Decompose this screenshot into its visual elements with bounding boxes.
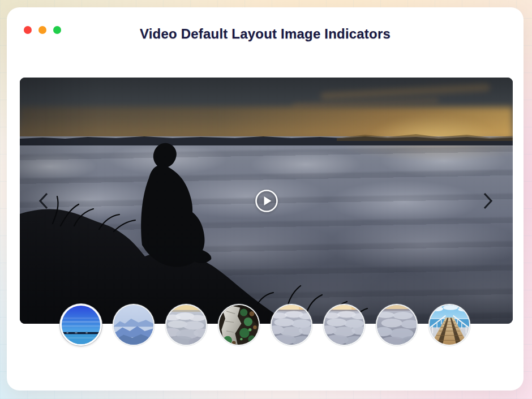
next-slide-button[interactable]	[478, 188, 498, 213]
app-window: Video Default Layout Image Indicators	[7, 7, 524, 391]
thumbnail-image-cloud-sea	[324, 305, 364, 345]
man-silhouette	[141, 143, 211, 267]
indicator-thumbnail-8[interactable]	[428, 304, 470, 346]
chevron-right-icon	[482, 191, 494, 211]
window-titlebar: Video Default Layout Image Indicators	[7, 7, 524, 45]
indicator-thumbnail-5[interactable]	[271, 304, 312, 346]
play-icon	[255, 189, 278, 213]
indicator-thumbnail-2[interactable]	[113, 304, 155, 346]
thumbnail-image-mountains	[114, 305, 153, 345]
indicator-thumbnail-4[interactable]	[218, 304, 260, 346]
thumbnail-image-cloud-sea	[272, 305, 311, 345]
indicator-strip	[7, 304, 524, 346]
previous-slide-button[interactable]	[33, 188, 54, 213]
play-button[interactable]	[255, 189, 278, 213]
sunlit-ridge	[337, 134, 513, 141]
indicator-thumbnail-3[interactable]	[165, 304, 207, 346]
thumbnail-image-pier	[430, 305, 469, 345]
thumbnail-image-clouds-dawn	[166, 305, 206, 345]
indicator-thumbnail-7[interactable]	[376, 304, 418, 346]
desktop-background: { "window": { "title": "Video Default La…	[0, 0, 532, 399]
thumbnail-image-mossy-rocks	[219, 305, 259, 345]
video-carousel	[20, 78, 513, 324]
thumbnail-image-sea	[62, 306, 100, 344]
window-title: Video Default Layout Image Indicators	[7, 26, 524, 42]
indicator-thumbnail-6[interactable]	[323, 304, 365, 346]
thumbnail-image-cloud-sea-gray	[377, 305, 417, 345]
indicator-thumbnail-1[interactable]	[60, 304, 102, 346]
chevron-left-icon	[37, 191, 50, 211]
